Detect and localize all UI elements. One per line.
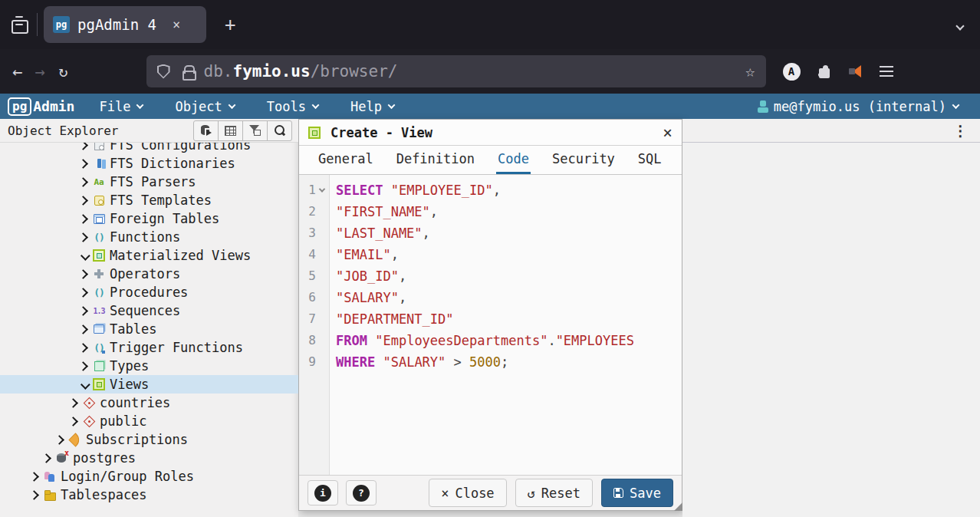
tree-item-materialized-views[interactable]: Materialized Views	[0, 246, 298, 265]
hamburger-menu-icon[interactable]	[880, 66, 893, 77]
tree-item-operators[interactable]: Operators	[0, 265, 298, 283]
menu-file[interactable]: File	[99, 99, 143, 114]
tab-general[interactable]: General	[317, 151, 375, 174]
connect-database-button[interactable]	[193, 120, 219, 141]
code-line[interactable]: "LAST_NAME",	[336, 222, 634, 244]
code-line[interactable]: WHERE "SALARY" > 5000;	[336, 351, 634, 373]
forward-button[interactable]: →	[35, 62, 44, 81]
chevron-right-icon[interactable]	[29, 472, 39, 482]
lock-icon[interactable]	[183, 64, 193, 78]
code-token-str: "DEPARTMENT_ID"	[336, 311, 454, 327]
extensions-puzzle-icon[interactable]	[817, 65, 830, 78]
tree-item-fts-dictionaries[interactable]: FTS Dictionaries	[0, 154, 298, 173]
chevron-right-icon[interactable]	[54, 435, 64, 445]
filter-button[interactable]	[242, 120, 268, 141]
chevron-right-icon[interactable]	[78, 306, 88, 316]
tab-security[interactable]: Security	[551, 151, 617, 174]
code-line[interactable]: "SALARY",	[336, 287, 634, 308]
fts-parsers-icon: Aa	[93, 176, 105, 188]
help-button[interactable]: ?	[346, 480, 377, 505]
pgadmin-menubar: pg Admin FileObjectToolsHelp me@fymio.us…	[0, 94, 980, 119]
tree-item-trigger-functions[interactable]: ()Trigger Functions	[0, 338, 298, 357]
chevron-right-icon[interactable]	[78, 214, 88, 224]
tree-item-label: public	[100, 413, 146, 429]
code-line[interactable]: "EMAIL",	[336, 244, 634, 265]
chevron-down-icon[interactable]	[81, 380, 90, 390]
user-menu[interactable]: me@fymio.us (internal)	[757, 99, 959, 114]
tree-item-subscriptions[interactable]: Subscriptions	[0, 430, 298, 449]
tree-item-fts-parsers[interactable]: AaFTS Parsers	[0, 173, 298, 191]
fold-chevron-icon[interactable]	[316, 188, 328, 193]
chevron-right-icon[interactable]	[68, 398, 78, 408]
tab-sql[interactable]: SQL	[636, 151, 663, 174]
tab-close-icon[interactable]: ×	[169, 15, 184, 34]
tree-item-countries[interactable]: countries	[0, 394, 298, 412]
url-bar[interactable]: db.fymio.us/browser/ ☆	[146, 55, 766, 87]
bookmark-star-icon[interactable]: ☆	[745, 62, 755, 81]
back-button[interactable]: ←	[12, 62, 22, 81]
new-tab-button[interactable]: +	[219, 14, 242, 35]
extension-a-icon[interactable]: A	[783, 63, 801, 81]
firefox-view-icon[interactable]	[9, 15, 29, 35]
tree-item-tablespaces[interactable]: Tablespaces	[0, 486, 298, 504]
tree-item-tables[interactable]: Tables	[0, 320, 298, 338]
kebab-menu-icon[interactable]: ⋮	[953, 122, 968, 139]
chevron-right-icon[interactable]	[78, 177, 88, 187]
chevron-right-icon[interactable]	[78, 269, 88, 279]
tree-item-views[interactable]: Views	[0, 375, 298, 394]
code-line[interactable]: "DEPARTMENT_ID"	[336, 308, 634, 330]
reload-button[interactable]: ↻	[59, 62, 68, 81]
chevron-right-icon[interactable]	[29, 490, 39, 500]
tree-item-types[interactable]: Types	[0, 357, 298, 375]
tree-item-postgres[interactable]: postgres	[0, 449, 298, 467]
tree-item-functions[interactable]: ()Functions	[0, 228, 298, 246]
object-explorer: Object Explorer FTS ConfigurationsFTS Di…	[0, 119, 298, 517]
tree-item-fts-templates[interactable]: FTS Templates	[0, 191, 298, 209]
code-token-kw: WHERE	[336, 354, 375, 370]
dialog-close-icon[interactable]: ×	[663, 123, 673, 142]
tab-definition[interactable]: Definition	[395, 151, 476, 174]
pgadmin-logo-pg: pg	[8, 97, 31, 116]
tree-item-procedures[interactable]: ()Procedures	[0, 283, 298, 301]
browser-tab-pgadmin[interactable]: pg pgAdmin 4 ×	[44, 6, 206, 43]
code-lines[interactable]: SELECT "EMPLOYEE_ID","FIRST_NAME","LAST_…	[330, 175, 634, 475]
tree-item-label: Functions	[110, 229, 180, 245]
chevron-right-icon[interactable]	[78, 361, 88, 371]
dialog-resize-handle[interactable]	[674, 502, 682, 511]
chevron-down-icon[interactable]	[81, 251, 90, 261]
code-editor[interactable]: 123456789 SELECT "EMPLOYEE_ID","FIRST_NA…	[299, 175, 682, 475]
tab-code[interactable]: Code	[496, 151, 531, 174]
save-button[interactable]: Save	[601, 479, 673, 507]
chevron-right-icon[interactable]	[78, 196, 88, 206]
code-line[interactable]: "JOB_ID",	[336, 265, 634, 287]
chevron-right-icon[interactable]	[78, 232, 88, 242]
code-line[interactable]: FROM "EmployeesDepartments"."EMPLOYEES	[336, 330, 634, 351]
close-button[interactable]: ×Close	[429, 479, 506, 507]
dialog-header[interactable]: Create - View ×	[299, 120, 682, 146]
reset-button[interactable]: ↺Reset	[515, 479, 593, 507]
code-line[interactable]: "FIRST_NAME",	[336, 201, 634, 222]
list-all-tabs-button[interactable]	[957, 18, 963, 32]
browser-tab-strip: pg pgAdmin 4 × +	[0, 0, 980, 49]
views-icon	[93, 378, 105, 390]
chevron-right-icon[interactable]	[78, 159, 88, 169]
nav-right-icons: A	[783, 63, 893, 81]
menu-tools[interactable]: Tools	[267, 99, 318, 114]
chevron-right-icon[interactable]	[78, 343, 88, 353]
search-button[interactable]	[267, 120, 292, 141]
megaphone-extension-icon[interactable]	[847, 64, 863, 78]
tree-item-foreign-tables[interactable]: Foreign Tables	[0, 209, 298, 228]
chevron-right-icon[interactable]	[41, 453, 51, 463]
chevron-right-icon[interactable]	[78, 324, 88, 334]
grid-view-button[interactable]	[218, 120, 243, 141]
shield-icon[interactable]	[157, 64, 170, 79]
chevron-right-icon[interactable]	[68, 417, 78, 426]
chevron-right-icon[interactable]	[78, 288, 88, 298]
info-button[interactable]: i	[307, 480, 338, 505]
tree-item-public[interactable]: public	[0, 412, 298, 430]
menu-help[interactable]: Help	[350, 99, 394, 114]
tree-item-sequences[interactable]: 1.3Sequences	[0, 301, 298, 320]
tree-item-login-group-roles[interactable]: Login/Group Roles	[0, 467, 298, 486]
menu-object[interactable]: Object	[175, 99, 234, 114]
code-line[interactable]: SELECT "EMPLOYEE_ID",	[336, 179, 634, 201]
